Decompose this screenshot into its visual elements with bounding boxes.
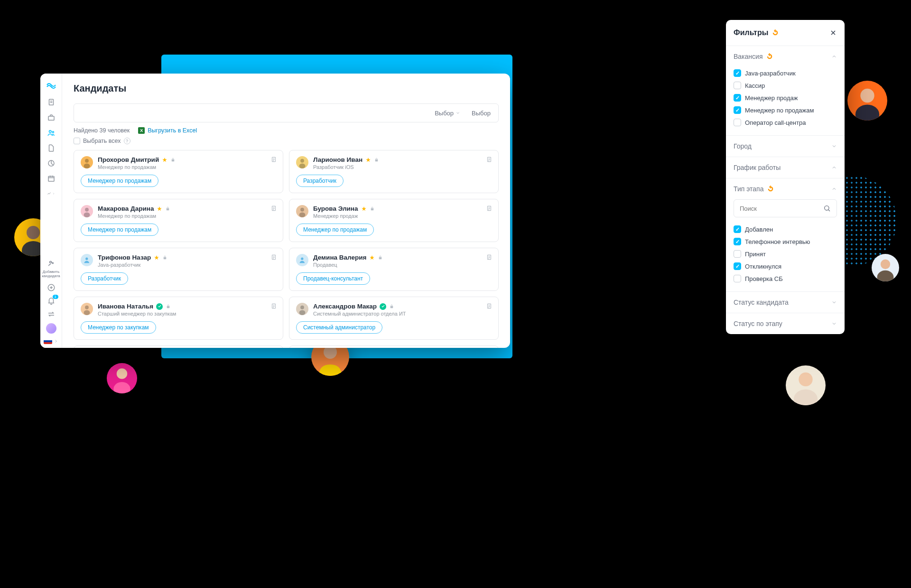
document-icon[interactable] (270, 254, 277, 261)
nav-chart-icon[interactable] (47, 159, 56, 168)
excel-icon: X (138, 127, 145, 134)
add-icon[interactable] (47, 283, 56, 292)
transfer-icon[interactable] (47, 310, 56, 318)
reset-icon[interactable] (766, 53, 773, 60)
filter-option[interactable]: Откликнулся (734, 260, 837, 272)
filter-header-stage[interactable]: Тип этапа (726, 178, 845, 199)
candidate-card[interactable]: Иванова Наталья Старший менеджер по заку… (74, 297, 283, 340)
document-icon[interactable] (270, 205, 277, 212)
filter-option[interactable]: Менеджер продаж (734, 92, 837, 104)
selector-2[interactable]: Выбор (472, 110, 491, 117)
help-icon[interactable]: ? (124, 138, 130, 144)
document-icon[interactable] (486, 205, 493, 212)
vacancy-tag[interactable]: Разработчик (81, 272, 128, 285)
candidate-card[interactable]: Демина Валерия ПродавецПродавец-консульт… (289, 248, 499, 291)
nav-calendar-icon[interactable] (47, 174, 56, 183)
document-icon[interactable] (270, 303, 277, 309)
filter-checkbox[interactable] (734, 82, 741, 89)
reset-icon[interactable] (767, 186, 774, 192)
chevron-down-icon (831, 321, 837, 327)
lock-icon (165, 206, 170, 211)
nav-briefcase-icon[interactable] (47, 113, 56, 122)
filter-header-schedule[interactable]: График работы (726, 157, 845, 178)
notifications-icon[interactable]: 3 (47, 297, 56, 305)
filter-checkbox[interactable] (734, 238, 741, 245)
nav-candidates-icon[interactable] (47, 129, 56, 137)
filter-header-city[interactable]: Город (726, 136, 845, 157)
filter-checkbox[interactable] (734, 225, 741, 233)
svg-point-14 (52, 131, 54, 133)
filter-checkbox[interactable] (734, 106, 741, 114)
candidate-name: Иванова Наталья (98, 303, 276, 310)
search-bar[interactable]: Выбор Выбор (74, 103, 499, 122)
document-icon[interactable] (270, 156, 277, 163)
export-excel-link[interactable]: X Выгрузить в Excel (138, 127, 197, 134)
document-icon[interactable] (486, 156, 493, 163)
candidate-card[interactable]: Александров Макар Системный администрато… (289, 297, 499, 340)
filter-checkbox[interactable] (734, 119, 741, 126)
filter-header-cand-status[interactable]: Статус кандидата (726, 292, 845, 313)
filter-option[interactable]: Кассир (734, 79, 837, 92)
filter-header-vacancy[interactable]: Вакансия (726, 46, 845, 67)
filter-checkbox[interactable] (734, 250, 741, 258)
user-avatar[interactable] (46, 323, 56, 334)
document-icon[interactable] (486, 254, 493, 261)
candidate-card[interactable]: Трифонов Назар Java-разработчикРазработч… (74, 248, 283, 291)
vacancy-tag[interactable]: Менеджер по продажам (81, 175, 158, 187)
svg-rect-44 (167, 306, 170, 308)
vacancy-tag[interactable]: Менеджер по продажам (296, 224, 374, 236)
star-icon (157, 206, 162, 212)
filter-checkbox[interactable] (734, 262, 741, 270)
svg-point-4 (881, 260, 890, 269)
filter-option[interactable]: Добавлен (734, 223, 837, 235)
vacancy-tag[interactable]: Системный администратор (296, 321, 382, 334)
candidate-card[interactable]: Ларионов Иван Разработчик iOSРазработчик (289, 150, 499, 193)
candidate-card[interactable]: Андреева Софья Продавец-кассирПродавец к… (74, 345, 283, 348)
add-candidate-button[interactable]: Добавить кандидата (40, 260, 62, 279)
language-selector[interactable] (44, 338, 58, 344)
filter-checkbox[interactable] (734, 94, 741, 102)
filter-option[interactable]: Java-разработчик (734, 67, 837, 79)
filter-option[interactable]: Менеджер по продажам (734, 104, 837, 116)
candidate-card[interactable]: Макарова Дарина Менеджер по продажамМене… (74, 199, 283, 242)
filter-checkbox[interactable] (734, 275, 741, 282)
filter-option[interactable]: Телефонное интервью (734, 235, 837, 248)
avatar (296, 254, 308, 266)
candidate-role: Менеджер по продажам (98, 213, 276, 219)
avatar (296, 205, 308, 217)
reset-icon[interactable] (772, 29, 779, 36)
filter-option[interactable]: Проверка СБ (734, 272, 837, 285)
candidate-name: Трифонов Назар (98, 254, 276, 261)
candidate-card[interactable]: Прохоров Дмитрий Менеджер по продажамМен… (74, 150, 283, 193)
filter-option[interactable]: Оператор call-центра (734, 116, 837, 129)
filter-header-stage-status[interactable]: Статус по этапу (726, 313, 845, 334)
candidate-name: Бурова Элина (313, 205, 492, 212)
candidate-card[interactable]: Бурова Элина Менеджер продажМенеджер по … (289, 199, 499, 242)
vacancy-tag[interactable]: Разработчик (296, 175, 344, 187)
verified-icon (156, 303, 163, 310)
filter-option[interactable]: Принят (734, 248, 837, 260)
filter-option-label: Кассир (745, 82, 765, 89)
logo[interactable] (46, 79, 57, 91)
close-icon[interactable] (829, 29, 837, 37)
document-icon[interactable] (486, 303, 493, 309)
nav-file-icon[interactable] (47, 144, 56, 152)
candidate-card[interactable]: Титова Ульяна Менеджер по продажамМенедж… (289, 345, 499, 348)
vacancy-tag[interactable]: Менеджер по закупкам (81, 321, 156, 334)
vacancy-tag[interactable]: Продавец-консультант (296, 272, 370, 285)
stage-search-input[interactable] (734, 199, 837, 217)
nav-analytics-icon[interactable] (47, 189, 56, 198)
filter-checkbox[interactable] (734, 69, 741, 77)
candidate-role: Продавец (313, 262, 492, 268)
nav-documents-icon[interactable] (47, 98, 56, 107)
selector-1[interactable]: Выбор (435, 110, 460, 117)
filter-option-label: Телефонное интервью (745, 238, 810, 245)
vacancy-tag[interactable]: Менеджер по продажам (81, 224, 158, 236)
svg-point-43 (84, 310, 90, 315)
add-candidate-label: Добавить кандидата (40, 270, 62, 279)
select-all-checkbox[interactable] (74, 138, 80, 144)
stage-search-field[interactable] (740, 205, 823, 212)
candidate-role: Менеджер продаж (313, 213, 492, 219)
svg-point-56 (825, 206, 829, 210)
lock-icon (162, 255, 167, 260)
